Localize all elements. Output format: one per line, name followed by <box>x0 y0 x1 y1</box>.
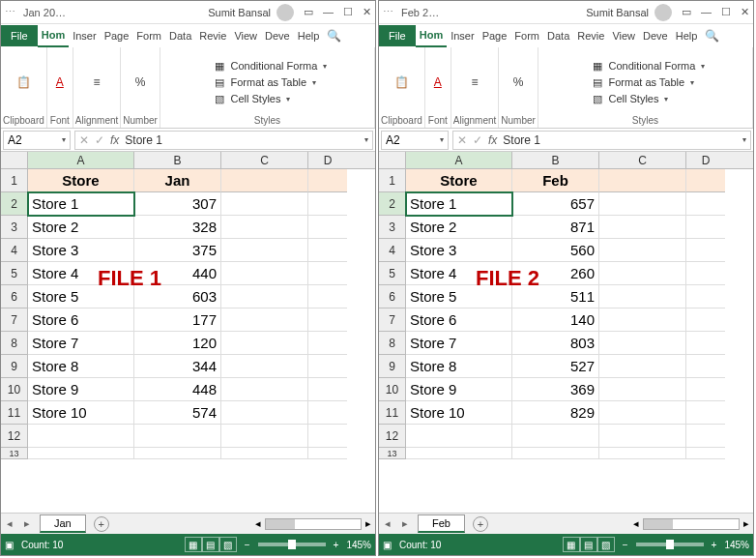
close-button[interactable]: ✕ <box>363 6 371 18</box>
avatar[interactable] <box>654 4 672 21</box>
fx-enter-icon[interactable]: ✓ <box>473 133 482 147</box>
paste-icon[interactable]: 📋 <box>391 73 412 92</box>
zoom-slider[interactable] <box>636 543 704 546</box>
new-sheet-button[interactable]: + <box>94 516 109 532</box>
tab-developer[interactable]: Deve <box>639 25 672 46</box>
zoom-out-button[interactable]: − <box>245 540 250 550</box>
format-as-table-button[interactable]: ▤ Format as Table▾ <box>591 74 694 90</box>
align-icon[interactable]: ≡ <box>464 73 485 92</box>
zoom-level[interactable]: 145% <box>724 540 749 550</box>
tab-help[interactable]: Help <box>294 25 324 46</box>
avatar[interactable] <box>276 4 294 21</box>
zoom-in-button[interactable]: + <box>712 540 717 550</box>
font-icon[interactable]: A <box>427 73 449 92</box>
sheet-tab[interactable]: Feb <box>418 514 465 533</box>
tab-data[interactable]: Data <box>165 25 195 46</box>
ribbon-options-icon[interactable]: ▭ <box>682 6 691 18</box>
tab-insert[interactable]: Inser <box>69 25 100 46</box>
view-pagebreak-icon[interactable]: ▧ <box>597 537 615 552</box>
hscroll-right-icon[interactable]: ▸ <box>365 517 371 530</box>
fx-enter-icon[interactable]: ✓ <box>95 133 104 147</box>
percent-icon[interactable]: % <box>508 73 529 92</box>
sheet-nav-prev-icon[interactable]: ◂ <box>379 517 396 530</box>
sheet-nav-prev-icon[interactable]: ◂ <box>1 517 18 530</box>
cell-a1[interactable]: Store <box>406 169 512 192</box>
formula-input[interactable]: Store 1 <box>125 133 162 147</box>
view-pagelayout-icon[interactable]: ▤ <box>202 537 219 552</box>
cell-styles-button[interactable]: ▧ Cell Styles▾ <box>213 91 290 106</box>
colhead-a[interactable]: A <box>406 152 512 168</box>
sheet-nav-next-icon[interactable]: ▸ <box>396 517 414 530</box>
view-normal-icon[interactable]: ▦ <box>185 537 202 552</box>
zoom-level[interactable]: 145% <box>346 540 371 550</box>
search-icon[interactable]: 🔍 <box>701 29 723 43</box>
view-normal-icon[interactable]: ▦ <box>563 537 580 552</box>
user-name[interactable]: Sumit Bansal <box>208 7 276 18</box>
fx-icon[interactable]: fx <box>110 133 119 147</box>
cell-a2[interactable]: Store 1 <box>406 192 512 216</box>
autosave-icon[interactable]: ⋯ <box>383 6 393 18</box>
rowhead-2[interactable]: 2 <box>379 192 406 216</box>
colhead-c[interactable]: C <box>599 152 686 168</box>
minimize-button[interactable]: — <box>323 6 334 18</box>
rowhead-1[interactable]: 1 <box>379 169 406 192</box>
percent-icon[interactable]: % <box>130 73 151 92</box>
fx-cancel-icon[interactable]: ✕ <box>457 133 467 147</box>
cell-b1[interactable]: Feb <box>512 169 599 192</box>
colhead-d[interactable]: D <box>686 152 725 168</box>
cell-b1[interactable]: Jan <box>134 169 221 192</box>
cell-styles-button[interactable]: ▧ Cell Styles▾ <box>591 91 668 106</box>
tab-home[interactable]: Hom <box>416 24 447 47</box>
expand-formula-icon[interactable]: ▾ <box>742 135 746 144</box>
select-all-corner[interactable] <box>1 152 28 168</box>
fx-cancel-icon[interactable]: ✕ <box>79 133 89 147</box>
close-button[interactable]: ✕ <box>741 6 749 18</box>
colhead-b[interactable]: B <box>134 152 221 168</box>
formula-input[interactable]: Store 1 <box>503 133 540 147</box>
hscroll-left-icon[interactable]: ◂ <box>633 517 639 530</box>
view-pagebreak-icon[interactable]: ▧ <box>219 537 237 552</box>
rowhead-2[interactable]: 2 <box>1 192 28 216</box>
tab-page[interactable]: Page <box>479 25 511 46</box>
conditional-formatting-button[interactable]: ▦ Conditional Forma▾ <box>591 58 705 73</box>
hscroll-bar[interactable] <box>643 518 740 530</box>
tab-review[interactable]: Revie <box>573 25 608 46</box>
cell-d1[interactable] <box>686 169 725 192</box>
zoom-slider[interactable] <box>258 543 326 546</box>
fx-icon[interactable]: fx <box>488 133 497 147</box>
cell-b2[interactable]: 307 <box>134 192 221 216</box>
view-pagelayout-icon[interactable]: ▤ <box>580 537 597 552</box>
cell-b2[interactable]: 657 <box>512 192 599 216</box>
record-macro-icon[interactable]: ▣ <box>5 540 14 550</box>
zoom-out-button[interactable]: − <box>623 540 628 550</box>
colhead-c[interactable]: C <box>221 152 308 168</box>
cell-c1[interactable] <box>221 169 308 192</box>
tab-formulas[interactable]: Form <box>132 25 165 46</box>
tab-review[interactable]: Revie <box>195 25 230 46</box>
hscroll-right-icon[interactable]: ▸ <box>743 517 749 530</box>
tab-view[interactable]: View <box>608 25 639 46</box>
cell-a1[interactable]: Store <box>28 169 134 192</box>
tab-formulas[interactable]: Form <box>510 25 543 46</box>
minimize-button[interactable]: — <box>701 6 712 18</box>
cell-a2[interactable]: Store 1 <box>28 192 134 216</box>
autosave-icon[interactable]: ⋯ <box>5 6 15 18</box>
colhead-a[interactable]: A <box>28 152 134 168</box>
tab-insert[interactable]: Inser <box>447 25 478 46</box>
hscroll-bar[interactable] <box>265 518 362 530</box>
align-icon[interactable]: ≡ <box>86 73 107 92</box>
name-box[interactable]: A2▾ <box>381 131 449 150</box>
colhead-b[interactable]: B <box>512 152 599 168</box>
format-as-table-button[interactable]: ▤ Format as Table▾ <box>213 74 316 90</box>
tab-home[interactable]: Hom <box>38 24 69 47</box>
hscroll-left-icon[interactable]: ◂ <box>255 517 261 530</box>
tab-developer[interactable]: Deve <box>261 25 294 46</box>
sheet-tab[interactable]: Jan <box>40 514 86 533</box>
expand-formula-icon[interactable]: ▾ <box>364 135 368 144</box>
new-sheet-button[interactable]: + <box>473 516 488 532</box>
conditional-formatting-button[interactable]: ▦ Conditional Forma▾ <box>213 58 327 73</box>
tab-view[interactable]: View <box>230 25 261 46</box>
tab-data[interactable]: Data <box>543 25 573 46</box>
tab-help[interactable]: Help <box>672 25 702 46</box>
colhead-d[interactable]: D <box>308 152 347 168</box>
